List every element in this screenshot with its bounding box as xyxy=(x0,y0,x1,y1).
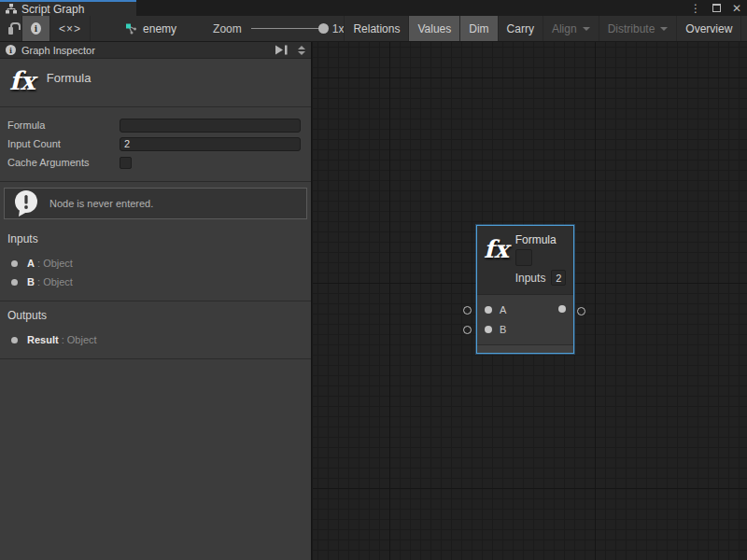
input-port-b: B : Object xyxy=(7,273,303,291)
input-count-field-row: Input Count xyxy=(7,134,302,153)
input-count-label: Input Count xyxy=(7,138,120,149)
outputs-section-title: Outputs xyxy=(7,309,303,322)
toolbar-toggle-group: Relations Values Dim Carry Align Distrib… xyxy=(344,16,747,41)
graph-inspector-panel: i Graph Inspector fx Formula Formula Inp… xyxy=(0,42,312,560)
code-view-button[interactable]: <×> xyxy=(50,16,91,41)
window-menu-icon[interactable]: ⋮ xyxy=(690,2,701,15)
align-button: Align xyxy=(543,16,599,41)
hierarchy-icon xyxy=(6,4,17,14)
zoom-control: Zoom 1x xyxy=(213,16,344,41)
input-port-b-icon[interactable] xyxy=(485,326,492,333)
dock-panel-icon[interactable] xyxy=(275,45,289,55)
node-inputs-count-input[interactable]: 2 xyxy=(551,270,566,286)
formula-node-header[interactable]: fx Formula Inputs 2 xyxy=(477,226,573,295)
maximize-icon[interactable] xyxy=(712,4,721,12)
unit-title-block: fx Formula xyxy=(0,59,311,107)
input-port-a-icon[interactable] xyxy=(485,306,492,314)
zoom-label: Zoom xyxy=(213,22,242,35)
zoom-slider[interactable] xyxy=(251,28,324,29)
fullscreen-button[interactable]: Full Screen xyxy=(740,16,747,41)
graph-canvas[interactable]: fx Formula Inputs 2 A B xyxy=(313,42,747,560)
port-dot-icon xyxy=(11,337,18,343)
cache-arguments-row: Cache Arguments xyxy=(7,153,302,172)
formula-node-formula-input[interactable] xyxy=(515,249,532,266)
zoom-value: 1x xyxy=(332,22,345,35)
formula-fx-icon: fx xyxy=(484,237,509,287)
window-controls: ⋮ ✕ xyxy=(690,0,741,16)
lock-button[interactable] xyxy=(0,16,22,41)
input-count-input[interactable] xyxy=(120,137,301,151)
inspector-title: Graph Inspector xyxy=(21,45,269,56)
scroll-up-icon[interactable] xyxy=(298,46,305,49)
graph-toolbar: i <×> enemy Zoom 1x Relations Values Dim xyxy=(0,16,747,42)
tab-label: Script Graph xyxy=(21,3,84,16)
close-icon[interactable]: ✕ xyxy=(732,2,741,15)
overview-button[interactable]: Overview xyxy=(676,16,740,41)
values-button[interactable]: Values xyxy=(408,16,459,41)
graph-icon xyxy=(125,23,137,35)
port-dot-icon xyxy=(11,260,18,267)
breadcrumb-label: enemy xyxy=(143,22,176,35)
dim-button[interactable]: Dim xyxy=(459,16,497,41)
warning-text: Node is never entered. xyxy=(49,198,153,209)
script-graph-window: Script Graph ⋮ ✕ i <×> enemy Z xyxy=(0,0,747,560)
unit-fields: Formula Input Count Cache Arguments xyxy=(0,107,311,182)
tab-strip: Script Graph ⋮ ✕ xyxy=(0,0,747,16)
cache-arguments-checkbox[interactable] xyxy=(120,157,132,169)
lock-icon xyxy=(8,27,13,35)
carry-button[interactable]: Carry xyxy=(498,16,543,41)
info-icon: i xyxy=(31,22,41,35)
inputs-section: Inputs A : Object B : Object xyxy=(0,225,311,301)
zoom-slider-handle[interactable] xyxy=(318,23,329,34)
scroll-spinners xyxy=(298,46,305,55)
port-dot-icon xyxy=(11,279,18,286)
chevron-down-icon xyxy=(660,27,668,31)
input-port-a: A : Object xyxy=(7,254,303,273)
formula-field-label: Formula xyxy=(7,119,120,131)
formula-node-title: Formula xyxy=(515,233,567,246)
formula-field-row: Formula xyxy=(7,116,302,134)
code-icon: <×> xyxy=(59,22,81,35)
unconnected-output-icon[interactable] xyxy=(577,307,585,315)
formula-node-footer xyxy=(477,344,573,353)
unit-title: Formula xyxy=(47,71,92,85)
distribute-button: Distribute xyxy=(599,16,677,41)
info-icon: i xyxy=(6,45,16,55)
inspector-header: i Graph Inspector xyxy=(0,42,311,59)
output-port-result-icon[interactable] xyxy=(558,305,566,313)
breadcrumb[interactable]: enemy xyxy=(117,16,185,41)
cache-arguments-label: Cache Arguments xyxy=(7,157,120,168)
scroll-down-icon[interactable] xyxy=(298,51,305,55)
chevron-down-icon xyxy=(583,27,590,31)
inputs-section-title: Inputs xyxy=(7,232,303,245)
formula-fx-icon: fx xyxy=(9,68,35,93)
output-port-result: Result : Object xyxy=(7,330,303,349)
outputs-section: Outputs Result : Object xyxy=(0,301,311,359)
formula-node[interactable]: fx Formula Inputs 2 A B xyxy=(476,225,574,354)
relations-button[interactable]: Relations xyxy=(344,16,408,41)
unconnected-input-a-icon[interactable] xyxy=(463,306,472,315)
warning-box: Node is never entered. xyxy=(4,188,307,219)
warning-icon xyxy=(12,189,40,217)
inspector-toggle-button[interactable]: i xyxy=(22,16,50,41)
tab-script-graph[interactable]: Script Graph xyxy=(0,0,136,16)
node-port-b[interactable]: B xyxy=(477,319,573,339)
unconnected-input-b-icon[interactable] xyxy=(463,326,472,334)
formula-input[interactable] xyxy=(120,119,301,133)
formula-node-ports: A B xyxy=(477,295,573,344)
node-inputs-label: Inputs xyxy=(515,272,546,285)
